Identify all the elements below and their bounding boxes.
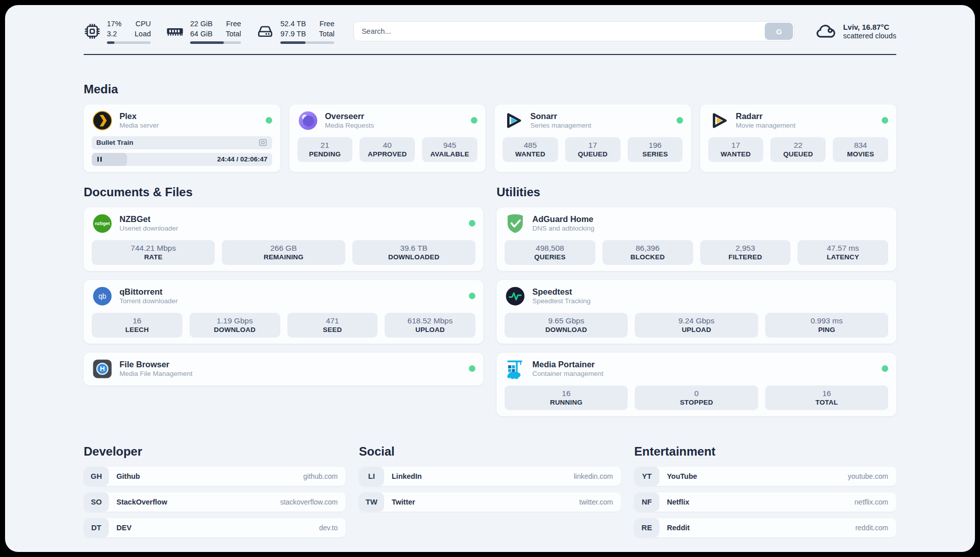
dashboard-content: 17% CPU 3.2 Load xyxy=(5,5,975,552)
bookmark-url: netflix.com xyxy=(854,498,888,506)
cpu-icon xyxy=(84,23,101,40)
section-title-social: Social xyxy=(359,444,621,459)
weather-location: Lviv, 16.87°C xyxy=(843,23,896,31)
service-name: Speedtest xyxy=(532,287,591,297)
service-card-sonarr[interactable]: Sonarr Series management 485 WANTED 17 Q… xyxy=(495,104,691,172)
service-card-plex[interactable]: Plex Media server Bullet Train xyxy=(84,104,280,172)
bookmark-github[interactable]: GH Github github.com xyxy=(84,467,346,486)
bookmark-name: LinkedIn xyxy=(392,472,422,480)
speedtest-icon xyxy=(505,286,526,307)
bookmark-linkedin[interactable]: LI LinkedIn linkedin.com xyxy=(359,467,621,486)
service-name: AdGuard Home xyxy=(532,214,594,224)
bookmark-name: DEV xyxy=(116,524,132,532)
dashboard: 17% CPU 3.2 Load xyxy=(5,5,975,552)
stat-box: 39.6 TB DOWNLOADED xyxy=(352,240,475,265)
bookmark-url: dev.to xyxy=(319,524,338,532)
stat-box: 17 QUEUED xyxy=(565,137,621,162)
memory-progress-bar xyxy=(190,41,241,44)
search-engine-button[interactable]: G xyxy=(765,23,793,40)
bookmark-url: reddit.com xyxy=(855,524,888,532)
service-name: Media Portainer xyxy=(532,360,603,369)
now-playing-row: Bullet Train xyxy=(92,136,272,149)
bookmark-dev[interactable]: DT DEV dev.to xyxy=(84,518,346,537)
bookmark-stackoverflow[interactable]: SO StackOverflow stackoverflow.com xyxy=(84,492,346,512)
service-card-filebrowser[interactable]: File Browser Media File Management xyxy=(84,353,483,385)
service-name: NZBGet xyxy=(119,214,178,224)
pause-icon[interactable] xyxy=(96,156,103,162)
disk-label-1: Free xyxy=(319,19,335,29)
stat-box: 16 RUNNING xyxy=(505,385,628,410)
weather-widget: Lviv, 16.87°C scattered clouds xyxy=(814,21,896,41)
cpu-label-1: CPU xyxy=(135,19,151,29)
service-card-overseerr[interactable]: Overseerr Media Requests 21 PENDING 40 A… xyxy=(289,104,486,172)
bookmark-abbr: SO xyxy=(84,492,109,512)
bookmark-url: linkedin.com xyxy=(574,472,613,480)
nzbget-icon: nzbget xyxy=(92,213,113,234)
memory-stat: 22 GiB Free 64 GiB Total xyxy=(166,19,241,44)
memory-label-2: Total xyxy=(226,29,241,39)
cpu-load-value: 3.2 xyxy=(107,29,121,39)
bookmark-url: twitter.com xyxy=(579,498,613,506)
status-online-dot xyxy=(882,365,888,372)
stat-box: 0 STOPPED xyxy=(635,385,758,410)
section-title-developer: Developer xyxy=(84,444,346,459)
service-card-adguard[interactable]: AdGuard Home DNS and adblocking 498,508 … xyxy=(497,207,896,271)
cpu-label-2: Load xyxy=(135,29,151,39)
stat-box: 2,953 FILTERED xyxy=(700,240,791,265)
status-online-dot xyxy=(469,220,475,227)
service-description: Series management xyxy=(530,122,591,129)
playback-time: 24:44 / 02:06:47 xyxy=(217,155,272,163)
weather-condition: scattered clouds xyxy=(843,32,896,40)
bookmark-name: Reddit xyxy=(667,524,690,532)
service-card-nzbget[interactable]: nzbget NZBGet Usenet downloader 744.21 M… xyxy=(84,207,483,271)
stat-box: 485 WANTED xyxy=(503,137,558,162)
status-online-dot xyxy=(469,365,475,372)
social-column: Social LI LinkedIn linkedin.com TW Twitt… xyxy=(359,444,621,537)
bookmark-reddit[interactable]: RE Reddit reddit.com xyxy=(634,518,896,537)
bookmark-abbr: DT xyxy=(84,518,109,537)
service-card-radarr[interactable]: Radarr Movie management 17 WANTED 22 QUE… xyxy=(700,104,897,172)
memory-total-value: 64 GiB xyxy=(190,29,212,39)
stat-box: 471 SEED xyxy=(287,313,378,338)
entertainment-column: Entertainment YT YouTube youtube.com NF … xyxy=(634,444,896,537)
bookmark-name: Netflix xyxy=(667,498,689,506)
bookmark-abbr: LI xyxy=(359,467,384,486)
service-name: qBittorrent xyxy=(119,287,178,297)
stat-box: 22 QUEUED xyxy=(770,137,826,162)
playback-progress-bar: 24:44 / 02:06:47 xyxy=(92,153,272,166)
stat-box: 0.993 ms PING xyxy=(765,313,888,338)
section-title-documents: Documents & Files xyxy=(84,185,483,199)
stat-box: 17 WANTED xyxy=(708,137,764,162)
service-description: Torrent downloader xyxy=(119,297,178,305)
disk-stat: 52.4 TB Free 97.9 TB Total xyxy=(256,19,334,44)
service-card-speedtest[interactable]: Speedtest Speedtest Tracking 9.65 Gbps D… xyxy=(497,280,896,344)
bookmark-name: YouTube xyxy=(667,472,697,480)
bookmark-url: stackoverflow.com xyxy=(280,498,338,506)
search-input[interactable] xyxy=(353,21,794,41)
service-description: Media File Management xyxy=(119,370,193,377)
stat-box: 9.24 Gbps UPLOAD xyxy=(635,313,758,338)
bookmark-url: youtube.com xyxy=(848,472,888,480)
bookmark-abbr: TW xyxy=(359,492,384,512)
stat-box: 618.52 Mbps UPLOAD xyxy=(385,313,475,338)
service-card-portainer[interactable]: Media Portainer Container management 16 … xyxy=(497,353,896,416)
bookmark-twitter[interactable]: TW Twitter twitter.com xyxy=(359,492,621,512)
bookmark-abbr: GH xyxy=(84,467,109,486)
service-name: Radarr xyxy=(736,112,796,121)
now-playing-title: Bullet Train xyxy=(96,139,134,146)
cpu-stat: 17% CPU 3.2 Load xyxy=(84,19,151,44)
cloud-icon xyxy=(814,21,837,41)
ram-icon xyxy=(166,22,184,40)
bookmark-youtube[interactable]: YT YouTube youtube.com xyxy=(634,467,896,486)
bookmark-netflix[interactable]: NF Netflix netflix.com xyxy=(634,492,896,512)
portainer-icon xyxy=(505,358,526,379)
memory-free-value: 22 GiB xyxy=(190,19,212,29)
bookmark-name: Twitter xyxy=(392,498,415,506)
qbittorrent-icon: qb xyxy=(92,286,113,307)
svg-text:qb: qb xyxy=(98,292,106,300)
service-description: DNS and adblocking xyxy=(532,225,594,232)
section-title-utilities: Utilities xyxy=(497,185,896,199)
stat-box: 196 SERIES xyxy=(628,137,683,162)
service-card-qbittorrent[interactable]: qb qBittorrent Torrent downloader 16 LEE… xyxy=(84,280,483,344)
service-name: Overseerr xyxy=(325,112,375,121)
